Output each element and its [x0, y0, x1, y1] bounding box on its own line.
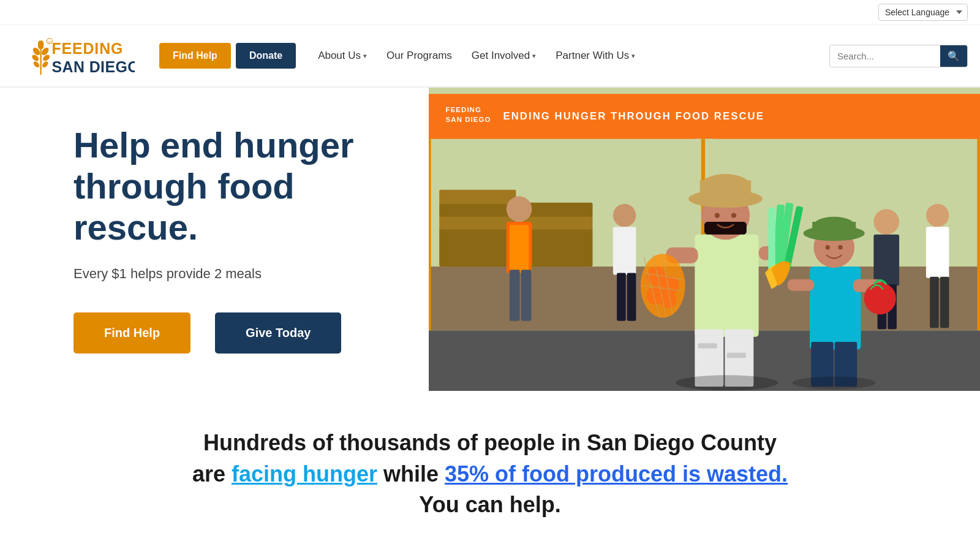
- svg-point-7: [32, 61, 40, 69]
- svg-rect-33: [429, 138, 431, 330]
- svg-point-92: [676, 375, 778, 390]
- svg-point-62: [715, 213, 720, 218]
- hero-scene-svg: FEEDING SAN DIEGO ENDING HUNGER THROUGH …: [429, 88, 980, 391]
- svg-rect-19: [439, 190, 516, 204]
- search-button[interactable]: 🔍: [940, 45, 967, 67]
- svg-point-93: [793, 376, 876, 389]
- search-input[interactable]: [830, 46, 940, 66]
- svg-point-90: [864, 282, 896, 314]
- svg-rect-51: [940, 277, 949, 328]
- hero-heading: Help end hunger through food rescue.: [74, 125, 380, 248]
- nav-item-partner-with-us[interactable]: Partner With Us ▾: [546, 45, 645, 67]
- header: ® FEEDING SAN DIEGO Find Help Donate Abo…: [0, 25, 980, 88]
- svg-rect-17: [439, 216, 516, 230]
- svg-point-35: [507, 196, 532, 222]
- svg-rect-41: [613, 227, 636, 274]
- find-help-button[interactable]: Find Help: [159, 43, 231, 69]
- svg-rect-52: [695, 235, 758, 337]
- donate-button[interactable]: Donate: [236, 43, 296, 69]
- top-bar: Select LanguageEnglishEspañol中文Tiếng Việ…: [0, 0, 980, 25]
- svg-rect-39: [521, 270, 532, 320]
- svg-rect-86: [812, 222, 856, 233]
- svg-rect-80: [810, 267, 861, 350]
- nav-item-about-us-label: About Us: [318, 50, 361, 62]
- svg-text:SAN DIEGO: SAN DIEGO: [446, 116, 491, 123]
- svg-rect-22: [522, 203, 593, 217]
- svg-text:SAN DIEGO: SAN DIEGO: [51, 58, 135, 75]
- chevron-down-icon-2: ▾: [532, 52, 536, 60]
- nav-buttons: Find Help Donate: [159, 43, 296, 69]
- svg-rect-49: [926, 227, 949, 278]
- svg-point-44: [873, 209, 899, 235]
- svg-rect-20: [522, 228, 593, 267]
- svg-rect-16: [439, 228, 516, 267]
- nav-item-get-involved[interactable]: Get Involved ▾: [462, 45, 546, 67]
- svg-point-40: [613, 204, 636, 227]
- svg-rect-38: [510, 270, 520, 320]
- hero-image: FEEDING SAN DIEGO ENDING HUNGER THROUGH …: [429, 88, 980, 391]
- logo-svg: ® FEEDING SAN DIEGO: [12, 31, 135, 80]
- nav-item-our-programs[interactable]: Our Programs: [377, 45, 462, 67]
- food-waste-link[interactable]: 35% of food produced is wasted.: [445, 461, 788, 486]
- hero-content: Help end hunger through food rescue. Eve…: [0, 88, 429, 391]
- hero-buttons: Find Help Give Today: [74, 312, 380, 354]
- svg-text:®: ®: [48, 40, 51, 44]
- nav-item-our-programs-label: Our Programs: [386, 50, 452, 62]
- search-area: 🔍: [829, 45, 968, 67]
- svg-rect-60: [700, 180, 751, 199]
- svg-rect-45: [873, 235, 899, 286]
- chevron-down-icon-3: ▾: [631, 52, 635, 60]
- info-section: Hundreds of thousands of people in San D…: [0, 391, 980, 557]
- svg-rect-91: [788, 279, 815, 291]
- nav-item-get-involved-label: Get Involved: [472, 50, 530, 62]
- hero-section: Help end hunger through food rescue. Eve…: [0, 88, 980, 391]
- main-nav: About Us ▾ Our Programs Get Involved ▾ P…: [308, 45, 817, 67]
- search-icon: 🔍: [948, 51, 960, 61]
- svg-rect-43: [627, 273, 636, 320]
- svg-rect-55: [698, 343, 717, 348]
- svg-point-88: [838, 245, 842, 249]
- svg-rect-34: [977, 138, 980, 330]
- svg-rect-21: [522, 216, 593, 230]
- svg-rect-42: [617, 273, 626, 320]
- info-heading: Hundreds of thousands of people in San D…: [184, 428, 796, 520]
- logo[interactable]: ® FEEDING SAN DIEGO: [12, 31, 135, 80]
- svg-rect-79: [768, 208, 775, 271]
- language-select[interactable]: Select LanguageEnglishEspañol中文Tiếng Việ…: [878, 4, 968, 21]
- facing-hunger-link[interactable]: facing hunger: [232, 461, 377, 486]
- hero-subtext: Every $1 helps provide 2 meals: [74, 266, 380, 282]
- chevron-down-icon: ▾: [363, 52, 367, 60]
- svg-point-87: [826, 245, 830, 249]
- svg-text:FEEDING: FEEDING: [446, 106, 481, 113]
- svg-point-48: [926, 204, 949, 227]
- svg-rect-56: [727, 353, 746, 358]
- svg-rect-18: [439, 203, 516, 217]
- nav-item-partner-with-us-label: Partner With Us: [556, 50, 629, 62]
- svg-rect-50: [930, 277, 939, 328]
- svg-point-63: [731, 213, 736, 218]
- hero-find-help-button[interactable]: Find Help: [74, 312, 190, 354]
- hero-give-today-button[interactable]: Give Today: [215, 312, 341, 354]
- svg-text:ENDING HUNGER THROUGH FOOD RES: ENDING HUNGER THROUGH FOOD RESCUE: [503, 110, 764, 122]
- svg-text:FEEDING: FEEDING: [51, 40, 123, 57]
- svg-rect-37: [510, 225, 529, 273]
- svg-point-2: [37, 40, 45, 50]
- svg-point-8: [41, 61, 49, 69]
- nav-item-about-us[interactable]: About Us ▾: [308, 45, 377, 67]
